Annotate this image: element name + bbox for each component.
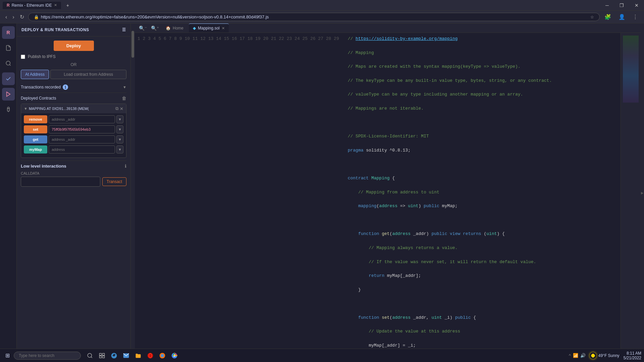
remove-dropdown-icon[interactable]: ▼ [116,115,123,123]
deploy-panel-menu-icon[interactable]: ☰ [122,27,126,32]
publish-ipfs-checkbox[interactable] [21,55,25,59]
deploy-panel-header: DEPLOY & RUN TRANSACTIONS ☰ [17,23,130,37]
tab-title: Remix - Ethereum IDE [12,3,52,8]
get-function-btn[interactable]: get [24,135,47,143]
browser-bar: ‹ › ↻ 🔒 https://remix.ethereum.org/#opti… [0,11,644,23]
set-value-input[interactable] [49,125,115,133]
tab-close-btn[interactable]: ✕ [54,3,57,7]
title-bar: R Remix - Ethereum IDE ✕ + ─ ❐ ✕ [0,0,644,11]
taskbar-app-taskview[interactable] [97,351,107,361]
taskbar-app-mail[interactable] [121,351,131,361]
low-level-section: Low level interactions ℹ CALLDATA Transa… [21,161,126,189]
load-contract-button[interactable]: Load contract from Address [50,70,126,79]
deploy-panel-scrollbar[interactable] [131,23,135,362]
calldata-label: CALLDATA [21,171,126,175]
minimize-btn[interactable]: ─ [603,2,611,9]
at-address-button[interactable]: At Address [21,70,49,79]
tray-chevron-btn[interactable]: ^ [569,353,571,358]
calldata-row: Transact [21,177,126,187]
low-level-info-icon[interactable]: ℹ [125,164,126,169]
transact-button[interactable]: Transact [102,177,126,186]
calldata-input[interactable] [21,177,100,187]
forward-btn[interactable]: › [11,13,15,21]
mymap-address-input[interactable] [49,145,115,154]
sidebar-item-compile[interactable] [2,72,15,85]
deployed-contracts-title: Deployed Contracts [21,96,56,101]
low-level-title: Low level interactions [21,164,66,169]
file-icon: ◆ [193,26,196,31]
publish-ipfs-row: Publish to IPFS [21,54,126,59]
sidebar-item-deploy[interactable] [2,88,15,101]
low-level-header: Low level interactions ℹ [21,164,126,169]
publish-ipfs-label: Publish to IPFS [28,54,56,59]
contract-close-icon[interactable]: ✕ [120,106,123,111]
browser-tab[interactable]: R Remix - Ethereum IDE ✕ [3,2,61,9]
sidebar-item-debug[interactable] [2,103,15,116]
refresh-btn[interactable]: ↻ [18,12,25,21]
mymap-dropdown-icon[interactable]: ▼ [116,145,123,154]
lock-icon: 🔒 [34,15,39,19]
deploy-button[interactable]: Deploy [54,41,94,51]
zoom-in-icon[interactable]: 🔍⁺ [150,24,160,32]
taskbar-app-edge[interactable] [109,351,119,361]
contract-item-header[interactable]: ▼ MAPPING AT 0XD91...39138 (MEM( ⧉ ✕ [21,104,126,113]
start-button[interactable]: ⊞ [3,351,12,360]
transactions-recorded-title: Transactions recorded 1 [21,84,68,90]
mymap-function-btn[interactable]: myMap [24,145,47,154]
transactions-chevron-icon: ▼ [123,85,126,89]
set-function-btn[interactable]: set [24,125,47,133]
taskbar-clock[interactable]: 8:11 AM 5/21/2022 [624,351,641,360]
tray-network-icon[interactable]: 📶 [573,353,578,358]
profile-btn[interactable]: 👤 [616,13,627,21]
contract-copy-icon[interactable]: ⧉ [115,106,118,111]
file-tab[interactable]: ◆ Mapping.sol ✕ [189,23,229,33]
taskbar-pinned-apps [85,351,179,361]
svg-line-7 [91,357,92,358]
browser-action-buttons: 🧩 👤 ⋮ [602,13,640,21]
remix-logo-btn[interactable]: R [2,26,15,39]
right-panel-handle[interactable]: ▶ [641,23,644,362]
taskbar-app-firefox[interactable] [157,351,167,361]
maximize-btn[interactable]: ❐ [617,2,627,9]
menu-btn[interactable]: ⋮ [631,13,640,21]
weather-condition: Sunny [608,353,620,358]
remove-address-input[interactable] [49,115,115,123]
clear-deployed-icon[interactable]: 🗑 [122,96,126,101]
svg-rect-10 [100,356,102,358]
close-btn[interactable]: ✕ [632,2,641,9]
back-btn[interactable]: ‹ [4,13,8,21]
transactions-recorded-section[interactable]: Transactions recorded 1 ▼ [21,82,126,93]
main-layout: R DEPLOY & RUN TRANSACTIONS ☰ Deploy [0,23,644,362]
tray-volume-icon[interactable]: 🔊 [580,353,586,358]
set-dropdown-icon[interactable]: ▼ [116,125,123,133]
code-content[interactable]: // https://solidity-by-example.org/mappi… [342,33,621,362]
address-bar[interactable]: 🔒 https://remix.ethereum.org/#optimize=f… [28,13,600,21]
taskbar-search-input[interactable] [14,352,81,360]
taskbar-app-search[interactable] [85,351,95,361]
svg-rect-11 [103,356,105,358]
clock-date: 5/21/2022 [624,356,641,360]
home-tab[interactable]: 🏠 Home [162,24,187,33]
taskbar: ⊞ ^ 📶 🔊 [0,349,644,362]
new-tab-btn[interactable]: + [64,2,72,9]
editor-area: 🔍⁻ 🔍⁺ 🏠 Home ◆ Mapping.sol ✕ 1 2 3 4 5 6… [135,23,641,362]
get-dropdown-icon[interactable]: ▼ [116,135,123,143]
file-tab-close-icon[interactable]: ✕ [222,26,225,31]
get-address-input[interactable] [49,135,115,143]
sidebar-item-files[interactable] [2,42,15,54]
taskbar-app-opera[interactable] [145,351,155,361]
contract-name: MAPPING AT 0XD91...39138 (MEM( [29,107,114,111]
taskbar-app-chrome[interactable] [169,351,179,361]
zoom-out-icon[interactable]: 🔍⁻ [138,24,148,32]
line-numbers: 1 2 3 4 5 6 7 8 9 10 11 12 13 14 15 16 1… [135,33,342,362]
svg-rect-9 [103,353,105,355]
svg-marker-2 [6,92,10,97]
sidebar-item-search[interactable] [2,57,15,70]
scrollbar-thumb [131,31,134,58]
minimap-code [621,33,641,105]
home-icon: 🏠 [166,26,171,31]
taskbar-app-files[interactable] [133,351,143,361]
extensions-btn[interactable]: 🧩 [602,13,613,21]
remove-function-btn[interactable]: remove [24,115,47,123]
mymap-function-row: myMap ▼ [24,145,123,154]
